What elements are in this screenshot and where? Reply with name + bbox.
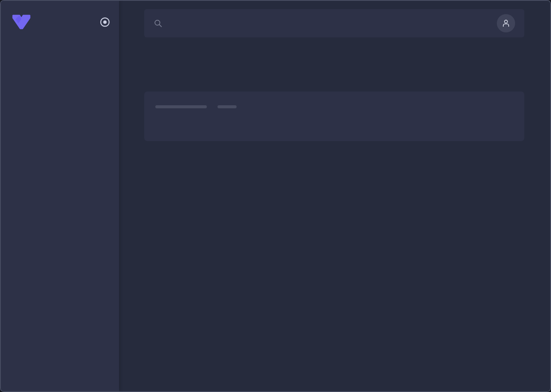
main-content bbox=[119, 1, 550, 391]
brand[interactable] bbox=[1, 1, 119, 30]
menu-pin-icon[interactable] bbox=[100, 17, 110, 27]
sidebar bbox=[1, 1, 119, 391]
breadcrumb bbox=[144, 55, 524, 63]
app-header bbox=[144, 9, 524, 37]
footer-left-bar bbox=[155, 105, 207, 108]
app-window bbox=[0, 0, 551, 392]
user-avatar[interactable] bbox=[497, 14, 515, 32]
search-icon[interactable] bbox=[153, 19, 163, 28]
footer-card bbox=[144, 92, 524, 141]
vuexy-logo-icon bbox=[12, 14, 31, 30]
footer-row bbox=[155, 101, 513, 112]
footer-left-bar bbox=[218, 105, 237, 108]
